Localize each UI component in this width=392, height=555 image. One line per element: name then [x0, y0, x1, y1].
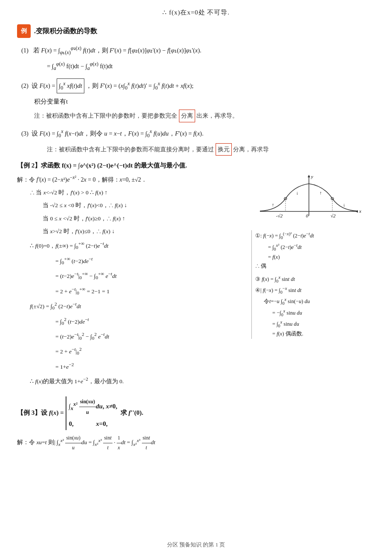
right-note-5: ③ f(x) = ∫0x sint dt [255, 274, 375, 285]
svg-text:↑: ↑ [320, 190, 322, 195]
graph-svg: -√2 0 √2 x y ↑ ↓ ↑ ↓ [251, 173, 366, 224]
footer-text: 分区 预备知识 的第 1 页 [167, 541, 225, 548]
section-icon: 例 [17, 24, 31, 38]
item-2-handwritten: 积分变量有t [21, 96, 375, 107]
item-3-boxed-word: 换元 [216, 143, 232, 156]
example-3-solution: 解：令 xu=t 则| ∫xx² sin(xu)udu = ∫x²x³ sint… [17, 434, 375, 452]
sol-line-3: 当 -√2 ≤ x <0 时，f'(x)<0，∴ f(x) ↓ [17, 200, 243, 211]
example-3-header: 【例 3】设 f(x) = ∫xx² sin(xu)udu, x≠0, 0, x… [17, 396, 375, 430]
sol-line-5: 当 x>√2 时，f'(x)≤0，∴ f(x) ↓ [17, 226, 243, 237]
sol-line-15: ∴ f(x)的最大值为 1+e−2，最小值为 0. [17, 375, 243, 387]
sol-line-6: ∴ f(0)=0，f(±∞) = ∫0+∞ (2−t)e−tdt [17, 239, 243, 251]
example-3-section: 【例 3】设 f(x) = ∫xx² sin(xu)udu, x≠0, 0, x… [17, 396, 375, 452]
sol-line-2: ∴ 当 x<-√2 时，f'(x) > 0 ∴ f(x) ↑ [17, 188, 243, 198]
item-2-formula: (2) 设 F(x) = ∫0x xf(t)dt ，则 F'(x) = (x∫0… [21, 78, 375, 93]
item-2-note: 注：被积函数中含有上下限中的参数时，要把参数完全 分离 出来，再求导。 [21, 110, 375, 122]
right-note-6: ④| f(−x) = ∫0−x sint dt [255, 285, 375, 296]
example-2-section: 【例 2】求函数 f(x) = ∫₀^(x²) (2−t)e^(−t)dt 的最… [17, 162, 375, 389]
svg-text:↑: ↑ [272, 202, 274, 207]
svg-text:√2: √2 [331, 213, 336, 218]
right-note-4: ∴ 偶 [255, 262, 375, 271]
sol-line-4: 当 0 ≤ x <√2 时，f'(x)≥0，∴ f(x) ↑ [17, 214, 243, 224]
right-note-10: = f(x) 偶函数. [255, 330, 375, 338]
sol-line-9: = 2 + e−t|0+∞ = 2−1 = 1 [17, 285, 243, 297]
item-3-note: 注：被积函数中含有上下限中的参数而不能直接分离时，要通过 换元 分离，再求导 [21, 143, 375, 156]
page-footer: 分区 预备知识 的第 1 页 [167, 541, 225, 549]
item-3-formula: (3) 设 F(x) = ∫0x f(x−t)dt，则令 u = x−t，F(x… [21, 127, 375, 141]
svg-text:0: 0 [306, 213, 308, 218]
right-notes: ①: f(−x) = ∫0(−x)² (2−t)e−tdt = ∫0x² (2−… [251, 230, 375, 338]
svg-text:y: y [311, 174, 313, 179]
item-2: (2) 设 F(x) = ∫0x xf(t)dt ，则 F'(x) = (x∫0… [17, 78, 375, 122]
item-2-boxed-integral: ∫0x xf(t)dt [57, 78, 84, 93]
item-1-formula: (1) 若 F(x) = ∫φ₁(x)φ₂(x) f(t)dt，则 F'(x) … [21, 44, 375, 57]
svg-text:-√2: -√2 [276, 213, 283, 218]
sol-line-8: = (t−2)e−t|0+∞ − ∫0+∞ e−tdt [17, 269, 243, 282]
svg-marker-2 [355, 210, 358, 213]
example-2-left: 解：令 f'(x) = (2−x²)e−x² · 2x = 0，解得：x=0, … [17, 173, 243, 389]
page-container: ∴ f(x)在x=0处 不可导. 例 .变限积分函数的导数 (1) 若 F(x)… [0, 0, 392, 555]
sol-line-7: = ∫0+∞ (t−2)de−t [17, 254, 243, 267]
sol-line-11: = ∫02 (t−2)de−t [17, 315, 243, 327]
right-note-2: = ∫0x² (2−t)e−tdt [255, 242, 375, 253]
item-3: (3) 设 F(x) = ∫0x f(x−t)dt，则令 u = x−t，F(x… [17, 127, 375, 156]
right-note-8: = −∫0x sinu du [255, 307, 375, 318]
example-2-right: -√2 0 √2 x y ↑ ↓ ↑ ↓ [247, 173, 375, 389]
item-1: (1) 若 F(x) = ∫φ₁(x)φ₂(x) f(t)dt，则 F'(x) … [17, 44, 375, 73]
svg-text:x: x [359, 208, 361, 214]
right-note-1: ①: f(−x) = ∫0(−x)² (2−t)e−tdt [255, 230, 375, 241]
item-2-boxed-word: 分离 [179, 110, 195, 122]
sol-line-1: 解：令 f'(x) = (2−x²)e−x² · 2x = 0，解得：x=0, … [17, 173, 243, 185]
right-note-9: = ∫0x sinu du [255, 318, 375, 330]
svg-text:↓: ↓ [296, 190, 299, 195]
sol-line-10: f(±√2) = ∫02 (2−t)e−tdt [17, 300, 243, 312]
top-note: ∴ f(x)在x=0处 不可导. [17, 9, 375, 17]
svg-marker-3 [308, 175, 310, 177]
top-note-text: ∴ f(x)在x=0处 不可导. [162, 9, 230, 16]
icon-char: 例 [21, 27, 27, 35]
sol-line-12: = (t−2)e−t|02 − ∫02 e−tdt [17, 330, 243, 342]
section-title: .变限积分函数的导数 [34, 27, 97, 36]
example-2-content: 解：令 f'(x) = (2−x²)e−x² · 2x = 0，解得：x=0, … [17, 173, 375, 389]
right-note-3: = f(x) [255, 253, 375, 262]
right-note-7: 令t=−u ∫0x sin(−u) du [255, 296, 375, 307]
sol-line-14: = 1+e−2 [17, 360, 243, 372]
sol-line-13: = 2 + e−t|02 [17, 345, 243, 357]
item-1-continuation: = ∫aφ(x) f(t)dt − ∫aφ(x) f(t)dt [21, 60, 375, 73]
svg-text:↓: ↓ [343, 202, 346, 207]
example-2-header: 【例 2】求函数 f(x) = ∫₀^(x²) (2−t)e^(−t)dt 的最… [17, 162, 375, 170]
section-header: 例 .变限积分函数的导数 [17, 24, 375, 38]
